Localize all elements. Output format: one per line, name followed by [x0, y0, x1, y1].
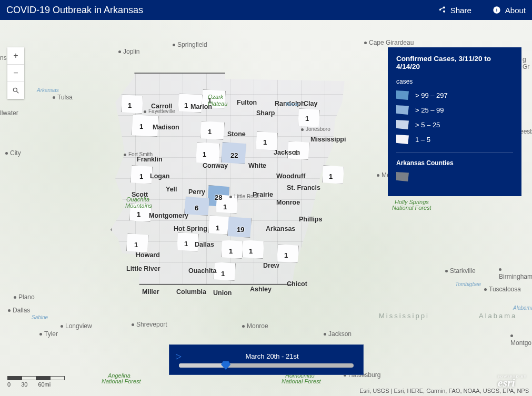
case-patch — [121, 95, 143, 114]
time-slider: ▷ March 20th - 21st — [169, 344, 364, 375]
case-patch — [214, 262, 236, 281]
case-patch — [256, 131, 278, 150]
legend-range-label: > 99 – 297 — [415, 92, 448, 99]
case-patch — [129, 203, 152, 222]
legend-swatch — [396, 105, 409, 115]
time-fill — [179, 363, 226, 368]
time-track[interactable] — [179, 363, 354, 368]
case-patch — [202, 89, 226, 108]
search-icon — [12, 87, 19, 94]
legend-counties-swatch — [396, 172, 409, 181]
info-icon: i — [493, 6, 501, 14]
legend-row: > 5 – 25 — [396, 120, 513, 129]
case-patch — [126, 233, 148, 252]
case-patch — [178, 94, 203, 113]
legend-row: 1 – 5 — [396, 135, 513, 144]
case-patch — [322, 165, 344, 184]
about-label: About — [505, 6, 526, 15]
zoom-controls: + − — [7, 47, 24, 99]
case-patch — [131, 165, 153, 184]
case-patch — [227, 217, 252, 238]
case-patch — [221, 240, 243, 259]
zoom-out-button[interactable]: − — [7, 65, 24, 82]
zoom-in-button[interactable]: + — [7, 47, 24, 65]
legend-range-label: > 5 – 25 — [415, 121, 440, 129]
app-header: COVID-19 Outbreak in Arkansas Share i Ab… — [0, 0, 532, 20]
case-patch — [177, 232, 199, 251]
share-button[interactable]: Share — [438, 6, 471, 15]
map-view[interactable]: 111111112211128116119111111 CarrollMario… — [0, 20, 532, 396]
legend-row: > 25 – 99 — [396, 105, 513, 115]
case-patch — [277, 244, 299, 263]
legend-range-label: 1 – 5 — [415, 136, 430, 144]
time-label: March 20th - 21st — [187, 352, 358, 360]
case-patch — [221, 142, 246, 164]
case-patch — [208, 216, 230, 235]
case-patch — [184, 197, 209, 216]
legend-swatch — [396, 135, 409, 144]
legend-swatch — [396, 90, 409, 100]
case-patch — [298, 108, 320, 127]
case-patch — [132, 115, 159, 137]
legend-panel: Confirmed Cases, 3/11/20 to 4/14/20 case… — [388, 47, 521, 196]
svg-line-3 — [17, 92, 19, 94]
case-patch — [216, 195, 238, 214]
app-title: COVID-19 Outbreak in Arkansas — [6, 5, 143, 16]
case-patch — [196, 142, 220, 164]
time-thumb[interactable] — [221, 361, 230, 370]
legend-range-label: > 25 – 99 — [415, 106, 444, 114]
legend-counties-label: Arkansas Counties — [396, 159, 513, 167]
case-patch — [287, 141, 309, 160]
share-label: Share — [450, 6, 471, 15]
share-icon — [438, 6, 446, 14]
svg-point-2 — [13, 88, 17, 92]
legend-swatch — [396, 120, 409, 129]
legend-row: > 99 – 297 — [396, 90, 513, 100]
svg-text:i: i — [496, 7, 498, 13]
play-button[interactable]: ▷ — [176, 352, 182, 360]
legend-title: Confirmed Cases, 3/11/20 to 4/14/20 — [396, 55, 513, 70]
about-button[interactable]: i About — [493, 6, 526, 15]
case-patch — [242, 240, 264, 259]
search-button[interactable] — [7, 82, 24, 99]
legend-subtitle: cases — [396, 78, 513, 85]
case-patch — [200, 121, 225, 140]
